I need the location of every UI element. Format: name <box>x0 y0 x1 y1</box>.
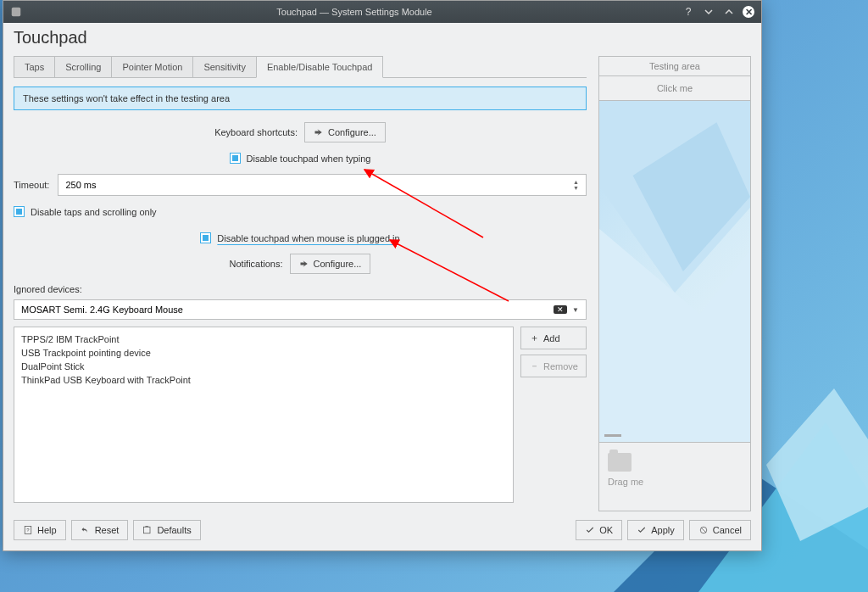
remove-device-button[interactable]: － Remove <box>520 355 587 377</box>
tab-bar: Taps Scrolling Pointer Motion Sensitivit… <box>14 56 587 78</box>
drag-area[interactable]: Drag me <box>598 443 751 511</box>
clear-combo-icon[interactable]: ✕ <box>554 305 567 314</box>
svg-rect-3 <box>12 8 21 17</box>
svg-rect-9 <box>144 527 151 533</box>
reset-button[interactable]: Reset <box>71 520 129 540</box>
minimize-button[interactable] <box>702 5 715 19</box>
chevron-down-icon[interactable]: ▼ <box>572 306 579 314</box>
defaults-icon <box>142 525 153 535</box>
svg-text:?: ? <box>26 528 30 533</box>
undo-icon <box>81 525 91 535</box>
timeout-spinbox[interactable]: 250 ms ▲▼ <box>58 174 587 196</box>
tab-enable-disable[interactable]: Enable/Disable Touchpad <box>256 56 384 78</box>
list-item[interactable]: TPPS/2 IBM TrackPoint <box>21 332 506 346</box>
click-me-button[interactable]: Click me <box>598 76 751 101</box>
spin-up-icon[interactable]: ▲ <box>573 179 579 185</box>
disable-taps-checkbox[interactable] <box>14 206 25 217</box>
disable-taps-label: Disable taps and scrolling only <box>31 207 157 217</box>
titlebar: Touchpad — System Settings Module ? ✕ <box>3 1 761 23</box>
configure-notifications-button[interactable]: Configure... <box>290 254 371 274</box>
disable-when-typing-checkbox[interactable] <box>230 153 241 164</box>
info-banner: These settings won't take effect in the … <box>14 87 587 110</box>
list-item[interactable]: DualPoint Stick <box>21 360 506 373</box>
spin-down-icon[interactable]: ▼ <box>573 185 579 191</box>
list-item[interactable]: ThinkPad USB Keyboard with TrackPoint <box>21 373 506 387</box>
disable-when-typing-label: Disable touchpad when typing <box>247 154 371 164</box>
app-icon <box>10 6 22 18</box>
notifications-label: Notifications: <box>230 259 283 269</box>
window-title: Touchpad — System Settings Module <box>27 7 682 17</box>
disable-when-mouse-label: Disable touchpad when mouse is plugged i… <box>217 233 399 243</box>
timeout-label: Timeout: <box>14 180 49 190</box>
ok-button[interactable]: OK <box>576 520 622 540</box>
tab-pointer-motion[interactable]: Pointer Motion <box>111 56 193 77</box>
plus-icon: ＋ <box>530 332 539 344</box>
close-button[interactable]: ✕ <box>743 6 754 18</box>
check-icon <box>637 525 647 535</box>
svg-line-11 <box>701 528 706 533</box>
tab-sensitivity[interactable]: Sensitivity <box>192 56 257 77</box>
defaults-button[interactable]: Defaults <box>133 520 200 540</box>
device-list[interactable]: TPPS/2 IBM TrackPoint USB Trackpoint poi… <box>14 327 514 503</box>
disable-when-mouse-checkbox[interactable] <box>200 232 211 243</box>
cancel-button[interactable]: Cancel <box>689 520 751 540</box>
configure-icon <box>314 127 324 137</box>
help-titlebar-button[interactable]: ? <box>682 5 695 19</box>
minus-icon: － <box>530 360 539 372</box>
help-icon: ? <box>23 525 33 535</box>
configure-icon <box>299 259 309 269</box>
drag-label: Drag me <box>608 477 742 487</box>
check-icon <box>585 525 595 535</box>
keyboard-shortcuts-label: Keyboard shortcuts: <box>214 127 298 137</box>
testing-header: Testing area <box>598 56 751 76</box>
ignored-device-combo[interactable]: MOSART Semi. 2.4G Keyboard Mouse ✕ ▼ <box>14 299 587 320</box>
tab-scrolling[interactable]: Scrolling <box>54 56 112 77</box>
tab-taps[interactable]: Taps <box>14 56 55 77</box>
ignored-devices-label: Ignored devices: <box>14 284 587 294</box>
list-item[interactable]: USB Trackpoint pointing device <box>21 346 506 360</box>
add-device-button[interactable]: ＋ Add <box>520 327 587 349</box>
testing-touchpad-area[interactable] <box>598 101 751 443</box>
page-title: Touchpad <box>14 28 751 47</box>
settings-window: Touchpad — System Settings Module ? ✕ To… <box>3 0 762 551</box>
configure-shortcuts-button[interactable]: Configure... <box>304 122 386 142</box>
scroll-indicator <box>604 434 621 437</box>
apply-button[interactable]: Apply <box>627 520 684 540</box>
help-button[interactable]: ? Help <box>14 520 66 540</box>
folder-icon[interactable] <box>608 453 632 472</box>
maximize-button[interactable] <box>722 5 736 19</box>
cancel-icon <box>698 525 709 535</box>
